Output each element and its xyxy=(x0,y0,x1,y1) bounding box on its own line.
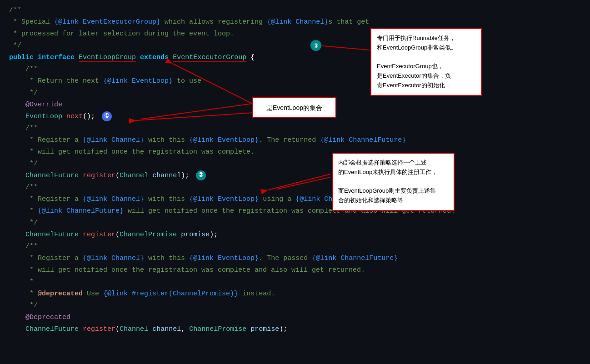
line-1: /** xyxy=(0,5,590,16)
line-4: */ xyxy=(0,40,590,52)
tooltip-2: 内部会根据选择策略选择一个上述的EventLoop来执行具体的注册工作，而Eve… xyxy=(332,153,455,211)
line-29: */ xyxy=(0,300,590,312)
line-2: * Special {@link EventExecutorGroup} whi… xyxy=(0,16,590,28)
line-5: public interface EventLoopGroup extends … xyxy=(0,52,590,64)
line-22: ChannelFuture register(ChannelPromise pr… xyxy=(0,229,590,241)
line-27: * xyxy=(0,276,590,288)
tooltip-1: 专门用于执行Runnable任务，和EventLoopGroup非常类似。Eve… xyxy=(370,28,482,96)
line-25: * Register a {@link Channel} with this {… xyxy=(0,253,590,264)
code-editor: /** * Special {@link EventExecutorGroup}… xyxy=(0,0,590,364)
line-7: * Return the next {@link EventLoop} to u… xyxy=(0,75,590,87)
line-20: * {@link ChannelFuture} will get notifie… xyxy=(0,205,590,217)
line-3: * processed for later selection during t… xyxy=(0,28,590,40)
line-31: ChannelFuture register(Channel channel, … xyxy=(0,324,590,335)
line-6: /** xyxy=(0,64,590,75)
tooltip-2-text: 内部会根据选择策略选择一个上述的EventLoop来执行具体的注册工作，而Eve… xyxy=(338,159,437,204)
line-26: * will get notified once the registratio… xyxy=(0,264,590,276)
line-14: * will get notified once the registratio… xyxy=(0,146,590,158)
line-21: */ xyxy=(0,217,590,229)
tooltip-eventloop-label: 是EventLoop的集合 xyxy=(252,97,336,118)
line-12: /** xyxy=(0,123,590,135)
eventloop-label-text: 是EventLoop的集合 xyxy=(266,104,322,111)
line-24: /** xyxy=(0,241,590,253)
line-16: ChannelFuture register(Channel channel);… xyxy=(0,170,590,182)
tooltip-1-text: 专门用于执行Runnable任务，和EventLoopGroup非常类似。Eve… xyxy=(377,35,457,89)
bubble-1: ① xyxy=(102,111,112,121)
line-19: * Register a {@link Channel} with this {… xyxy=(0,194,590,205)
line-15: */ xyxy=(0,158,590,170)
line-28: * @deprecated Use {@link #register(Chann… xyxy=(0,288,590,300)
line-30: @Deprecated xyxy=(0,312,590,324)
bubble-2: ② xyxy=(196,170,206,180)
line-18: /** xyxy=(0,182,590,194)
line-13: * Register a {@link Channel} with this {… xyxy=(0,135,590,146)
